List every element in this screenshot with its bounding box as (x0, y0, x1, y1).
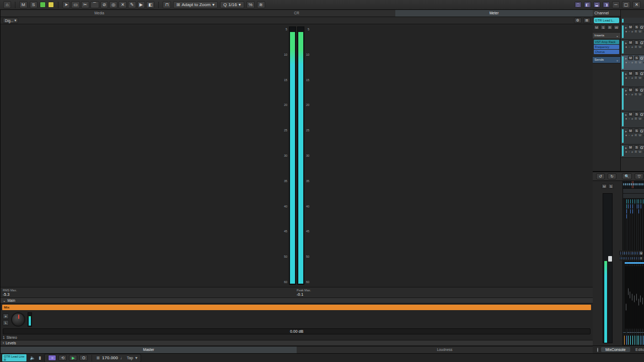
erase-tool[interactable]: ⊘ (100, 1, 109, 8)
search-icon[interactable]: 🔍 (622, 173, 632, 179)
inspector-sends-section[interactable]: Sends ⌄ (593, 56, 620, 63)
track-control-icon[interactable]: ● (625, 76, 627, 79)
rms-max-value[interactable]: -5.3 (3, 292, 297, 296)
track-mute-button[interactable]: M (628, 112, 633, 116)
track-collapse-icon[interactable]: ▸ (625, 88, 627, 92)
track-collapse-icon[interactable]: ▸ (625, 72, 627, 76)
track-solo-button[interactable]: S (634, 88, 639, 92)
track-control-icon[interactable]: R (635, 134, 637, 137)
maximize-button[interactable]: ▢ (622, 1, 631, 8)
left-zone-toggle[interactable]: ◧ (584, 2, 591, 8)
undo-icon[interactable]: ↺ (596, 173, 605, 179)
track-solo-button[interactable]: S (634, 56, 639, 60)
inspector-mute-button[interactable]: M (594, 25, 599, 30)
track-control-icon[interactable]: ◦ (629, 117, 630, 120)
color-tool[interactable]: ◧ (146, 1, 155, 8)
inspector-read-button[interactable]: R (607, 25, 613, 30)
right-zone-tab-media[interactable]: Media (1, 10, 198, 17)
tempo-mode[interactable]: Tap (127, 356, 133, 360)
global-mute-button[interactable]: M (19, 1, 28, 8)
main-section-header[interactable]: ⌄ Main (1, 297, 593, 304)
meter-tab-master[interactable]: Master (1, 347, 297, 353)
right-zone-toggle[interactable]: ◨ (603, 2, 610, 8)
close-button[interactable]: ✕ (632, 1, 641, 8)
track-solo-button[interactable]: S (634, 25, 639, 29)
gear-icon[interactable]: ⚙ (574, 18, 582, 23)
track-solo-button[interactable]: S (634, 145, 639, 150)
audio-alignment-button[interactable]: ≋ (257, 1, 265, 8)
master-solo-button[interactable]: S (608, 184, 614, 189)
inspector-track-name[interactable]: GTR Lead L.. (594, 18, 619, 23)
cycle-button[interactable]: ⟲ (58, 355, 67, 361)
select-tool[interactable]: ➤ (62, 1, 71, 8)
track-row[interactable]: ▸MSGTR Shimmer Strums●◦eRW (621, 71, 644, 87)
track-mute-button[interactable]: M (628, 88, 633, 92)
redo-icon[interactable]: ↻ (608, 173, 616, 179)
track-control-icon[interactable]: W (638, 134, 641, 137)
track-control-icon[interactable]: e (631, 93, 633, 96)
track-collapse-icon[interactable]: ▸ (625, 146, 627, 150)
track-control-icon[interactable]: R (635, 93, 637, 96)
track-control-icon[interactable]: e (631, 45, 633, 49)
track-mute-button[interactable]: M (628, 129, 633, 133)
track-collapse-icon[interactable]: ▸ (625, 113, 627, 116)
track-control-icon[interactable]: e (631, 61, 633, 64)
track-collapse-icon[interactable]: ▸ (625, 25, 627, 29)
track-control-icon[interactable]: R (635, 45, 637, 49)
record-button[interactable]: ⭘ (79, 355, 88, 361)
snap-type-dropdown[interactable]: ⊞ Adapt to Zoom ▾ (173, 1, 218, 8)
track-control-icon[interactable]: ◦ (629, 150, 630, 153)
track-solo-button[interactable]: S (634, 129, 639, 133)
play-button[interactable]: ▶ (69, 355, 77, 361)
track-row[interactable]: ▸MSGTR Lead Line L●◦eRW (621, 40, 644, 55)
insert-slot[interactable]: Chorus (594, 50, 619, 54)
track-collapse-icon[interactable]: ▸ (625, 56, 627, 60)
track-control-icon[interactable]: e (631, 150, 633, 153)
downmix-number[interactable]: 1 (3, 336, 5, 339)
listen-button[interactable]: L (3, 320, 9, 326)
listen-state-chip[interactable] (40, 2, 46, 8)
minimize-button[interactable]: ─ (612, 1, 620, 8)
track-control-icon[interactable]: ◦ (629, 45, 630, 49)
automation-read-button[interactable]: R (640, 257, 642, 260)
meter-source-dropdown[interactable]: Dig... ▾ (3, 18, 18, 23)
track-control-icon[interactable]: ● (625, 30, 627, 33)
inspector-tab-channel[interactable]: Channel (593, 10, 620, 17)
right-zone-tab-meter[interactable]: Meter (395, 10, 593, 17)
snap-toggle[interactable]: ⊓ (163, 1, 170, 8)
channel-mute-button[interactable]: M (640, 251, 643, 255)
master-fader[interactable] (603, 193, 613, 343)
inspector-solo-button[interactable]: S (600, 25, 606, 30)
master-fader-cap[interactable] (608, 256, 612, 262)
iterative-quantize-button[interactable]: % (246, 1, 255, 8)
split-tool[interactable]: ✂ (81, 1, 89, 8)
selected-channel-chip[interactable]: GTR Lead Line R (2, 354, 26, 361)
grid-icon[interactable]: ⊞ (583, 18, 591, 23)
acoustic-feedback-chip[interactable] (48, 2, 54, 8)
track-control-icon[interactable]: ● (625, 117, 627, 120)
track-mute-button[interactable]: M (628, 145, 633, 150)
right-zone-tab-cr[interactable]: CR (198, 10, 395, 17)
draw-tool[interactable]: ✎ (128, 1, 136, 8)
master-mute-button[interactable]: M (602, 184, 607, 189)
levels-section-header[interactable]: › Levels (1, 340, 593, 346)
track-control-icon[interactable]: e (631, 76, 633, 79)
track-solo-button[interactable]: S (634, 40, 639, 45)
track-control-icon[interactable]: R (635, 76, 637, 79)
edit-channel-button[interactable]: e (3, 313, 9, 319)
track-mute-button[interactable]: M (628, 40, 633, 45)
track-collapse-icon[interactable]: ▸ (625, 41, 627, 45)
metronome-button[interactable]: ⌗ (48, 355, 56, 361)
track-control-icon[interactable]: ◦ (629, 134, 630, 137)
track-row[interactable]: ▸MSGTR Lead Line R●◦eRW (621, 55, 644, 71)
play-tool[interactable]: ▶ (137, 1, 145, 8)
track-control-icon[interactable]: ● (625, 45, 627, 49)
track-control-icon[interactable]: ● (625, 61, 627, 64)
track-row[interactable]: ▸MSGTR Hook Palm R●◦eRW (621, 24, 644, 40)
track-control-icon[interactable]: ◦ (629, 61, 630, 64)
lower-zone-tab-mixconsole[interactable]: MixConsole (601, 347, 630, 352)
track-control-icon[interactable]: ● (625, 134, 627, 137)
filter-icon[interactable]: ▽ (635, 173, 643, 179)
track-row[interactable]: ▸MSGTR Accent Lead L●◦eRW (621, 111, 644, 128)
track-control-icon[interactable]: R (635, 117, 637, 120)
